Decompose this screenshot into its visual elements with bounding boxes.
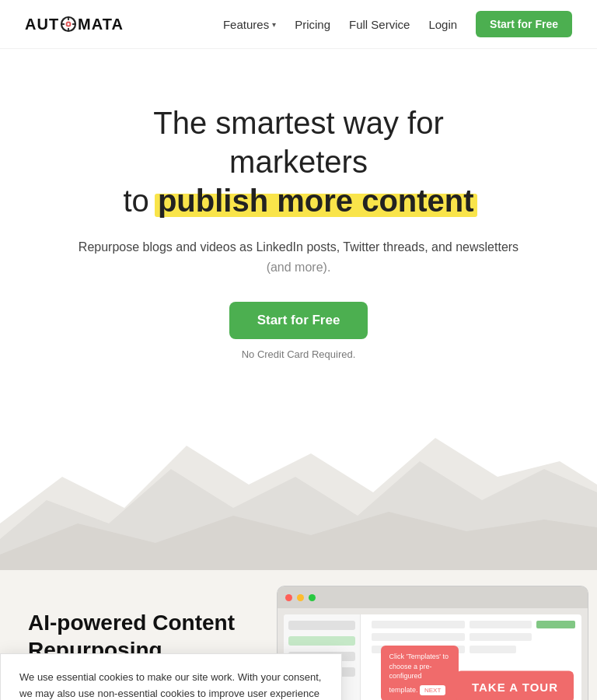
mountain-section	[0, 399, 597, 570]
hero-subtitle-suffix: (and more).	[267, 261, 331, 274]
app-table-row-1	[372, 621, 575, 628]
cookie-text: We use essential cookies to make our sit…	[19, 670, 323, 700]
logo-icon	[60, 16, 77, 33]
app-cell-4	[470, 633, 532, 641]
cookie-banner: We use essential cookies to make our sit…	[0, 653, 342, 700]
app-cell-2	[470, 621, 532, 628]
nav-cta-button[interactable]: Start for Free	[476, 11, 572, 37]
app-cell-3	[372, 633, 465, 641]
nav-pricing[interactable]: Pricing	[295, 18, 330, 31]
take-tour-button[interactable]: TAKE A TOUR	[456, 671, 574, 700]
sidebar-item-2	[288, 636, 355, 646]
navbar: AUT MATA Features ▾ Pricing Full Service…	[0, 0, 597, 49]
fullscreen-dot	[309, 594, 316, 601]
app-cell-badge	[536, 621, 575, 628]
nav-full-service[interactable]: Full Service	[349, 18, 410, 31]
app-popup-next-button[interactable]: NEXT	[420, 685, 445, 695]
hero-cta-button[interactable]: Start for Free	[229, 302, 368, 339]
logo-text-before: AUT	[25, 16, 59, 33]
hero-highlight: publish more content	[158, 181, 474, 220]
app-cell-6	[470, 646, 516, 653]
hero-section: The smartest way for marketers to publis…	[0, 49, 597, 391]
hero-title: The smartest way for marketers to publis…	[78, 103, 519, 220]
hero-subtitle-main: Repurpose blogs and videos as LinkedIn p…	[79, 240, 518, 254]
close-dot	[285, 594, 292, 601]
mountain-illustration	[0, 399, 597, 570]
minimize-dot	[297, 594, 304, 601]
features-arrow-icon: ▾	[272, 20, 276, 29]
logo-text-after: MATA	[78, 16, 124, 33]
logo[interactable]: AUT MATA	[25, 16, 124, 33]
sidebar-item-1	[288, 621, 355, 630]
svg-point-2	[68, 23, 70, 26]
app-table-row-2	[372, 633, 575, 641]
app-titlebar	[278, 586, 588, 608]
app-cell-1	[372, 621, 465, 628]
hero-highlight-text: publish more content	[158, 184, 474, 218]
app-popup: Click 'Templates' to choose a pre-config…	[381, 646, 459, 700]
hero-subtitle: Repurpose blogs and videos as LinkedIn p…	[78, 237, 519, 277]
nav-links: Features ▾ Pricing Full Service Login St…	[223, 11, 572, 37]
hero-no-cc-text: No Credit Card Required.	[78, 348, 519, 360]
nav-features[interactable]: Features ▾	[223, 18, 276, 31]
lower-section: AI-powered Content Repurposing Templates…	[0, 570, 597, 700]
nav-login[interactable]: Login	[428, 18, 457, 31]
